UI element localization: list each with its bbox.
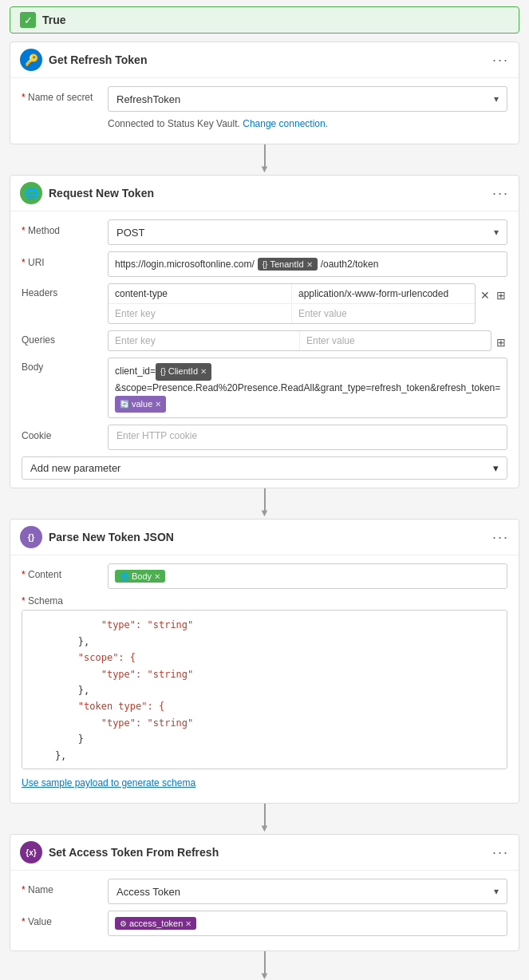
uri-token-tag[interactable]: {} TenantId ✕ [258, 258, 318, 271]
method-row: Method POST ▾ [22, 219, 507, 245]
body-token-1-label: ClientId [168, 365, 198, 379]
queries-actions: ⊞ [495, 330, 507, 350]
headers-grid-icon[interactable]: ⊞ [495, 287, 507, 303]
access-token-value-label: Value [22, 911, 101, 927]
queries-grid-icon[interactable]: ⊞ [495, 334, 507, 350]
content-label: Content [22, 563, 101, 580]
true-label: True [42, 14, 66, 26]
connector-3 [10, 804, 519, 834]
access-token-dropdown-arrow: ▾ [494, 886, 499, 897]
body-label: Body [22, 358, 101, 373]
cookie-row: Cookie Enter HTTP cookie [22, 425, 507, 450]
queries-row: Queries Enter key Enter value ⊞ [22, 330, 507, 351]
body-token-1-close[interactable]: ✕ [200, 366, 207, 378]
headers-row-2: Enter key Enter value [109, 304, 475, 323]
add-param-label: Add new parameter [30, 462, 120, 474]
access-token-name-label: Name [22, 879, 101, 895]
block1-title: Get Refresh Token [49, 53, 486, 66]
queries-val-placeholder[interactable]: Enter value [300, 331, 491, 350]
headers-actions: ✕ ⊞ [479, 283, 507, 303]
uri-token-label: TenantId [270, 259, 303, 269]
cookie-label: Cookie [22, 425, 101, 441]
queries-label: Queries [22, 330, 101, 346]
connection-info: Connected to Status Key Vault. Change co… [22, 118, 507, 129]
header-key-1[interactable]: content-type [109, 284, 292, 303]
card-header-4: {x} Set Access Token From Refresh ··· [10, 835, 519, 871]
headers-row-1: content-type application/x-www-form-urle… [109, 284, 475, 304]
block2-title: Request New Token [49, 187, 486, 200]
name-of-secret-value: RefreshToken [116, 93, 180, 105]
access-token-value-tag[interactable]: ⚙ access_token ✕ [115, 917, 196, 930]
name-of-secret-input[interactable]: RefreshToken ▾ [108, 86, 507, 112]
name-dropdown-arrow: ▾ [494, 93, 499, 105]
access-token-value-input[interactable]: ⚙ access_token ✕ [108, 911, 507, 936]
schema-label: Schema [22, 595, 101, 607]
add-param-button[interactable]: Add new parameter ▾ [22, 456, 507, 480]
block1-icon: 🔑 [20, 49, 42, 71]
access-token-tag-close[interactable]: ✕ [185, 919, 191, 928]
card-header-3: {} Parse New Token JSON ··· [10, 520, 519, 555]
connector-1 [10, 144, 519, 175]
headers-delete-icon[interactable]: ✕ [479, 287, 491, 303]
headers-label: Headers [22, 283, 101, 298]
method-value: POST [116, 227, 144, 239]
block1-body: Name of secret RefreshToken ▾ Connected … [10, 78, 519, 144]
parse-token-card: {} Parse New Token JSON ··· Content 🌐 Bo… [10, 519, 519, 804]
block3-ellipsis[interactable]: ··· [492, 529, 509, 546]
add-param-arrow: ▾ [493, 462, 499, 474]
header-key-placeholder[interactable]: Enter key [109, 304, 292, 323]
content-token-close[interactable]: ✕ [154, 572, 160, 581]
access-token-name-input[interactable]: Access Token ▾ [108, 879, 507, 904]
uri-input[interactable]: https://login.microsoftonline.com/ {} Te… [108, 251, 507, 277]
body-suffix: &scope=Presence.Read%20Presence.ReadAll&… [115, 382, 500, 393]
block1-ellipsis[interactable]: ··· [492, 52, 509, 69]
queries-row-1: Enter key Enter value [109, 331, 491, 350]
content-token-label: Body [132, 571, 152, 581]
card-header-2: 🌐 Request New Token ··· [10, 176, 519, 211]
page-wrapper: ✓ True 🔑 Get Refresh Token ··· Name of s… [0, 0, 529, 980]
content-input[interactable]: 🌐 Body ✕ [108, 563, 507, 589]
method-input[interactable]: POST ▾ [108, 219, 507, 245]
connector-2 [10, 488, 519, 519]
block4-title: Set Access Token From Refresh [49, 846, 486, 859]
access-token-name-value: Access Token [116, 886, 180, 898]
change-connection-link[interactable]: Change connection. [243, 118, 328, 129]
queries-table: Enter key Enter value [108, 330, 491, 351]
check-icon: ✓ [20, 12, 36, 28]
cookie-input[interactable]: Enter HTTP cookie [108, 425, 507, 450]
method-dropdown-arrow: ▾ [494, 227, 499, 238]
block3-icon: {} [20, 526, 42, 548]
uri-token-close[interactable]: ✕ [306, 260, 313, 269]
block4-ellipsis[interactable]: ··· [492, 844, 509, 861]
block2-ellipsis[interactable]: ··· [492, 185, 509, 202]
body-prefix: client_id= [115, 366, 156, 377]
name-of-secret-row: Name of secret RefreshToken ▾ [22, 86, 507, 112]
access-token-tag-label: access_token [129, 919, 183, 928]
set-access-token-card: {x} Set Access Token From Refresh ··· Na… [10, 834, 519, 951]
request-new-token-card: 🌐 Request New Token ··· Method POST ▾ UR… [10, 175, 519, 488]
header-val-1[interactable]: application/x-www-form-urlencoded [292, 284, 475, 303]
body-token-2-label: value [132, 397, 152, 412]
connector-4 [10, 951, 519, 980]
schema-link[interactable]: Use sample payload to generate schema [22, 777, 195, 788]
body-row: Body client_id= {} ClientId ✕ &scope=Pre… [22, 358, 507, 418]
schema-row: Schema "type": "string" }, "scope": { "t… [22, 595, 507, 788]
card-header-1: 🔑 Get Refresh Token ··· [10, 42, 519, 78]
body-input[interactable]: client_id= {} ClientId ✕ &scope=Presence… [108, 358, 507, 418]
block4-icon: {x} [20, 841, 42, 863]
schema-editor[interactable]: "type": "string" }, "scope": { "type": "… [22, 610, 507, 769]
block4-body: Name Access Token ▾ Value ⚙ access_token… [10, 871, 519, 950]
block2-icon: 🌐 [20, 182, 42, 204]
body-token-1[interactable]: {} ClientId ✕ [156, 363, 211, 381]
uri-suffix: /oauth2/token [321, 259, 379, 270]
content-token[interactable]: 🌐 Body ✕ [115, 570, 165, 583]
body-token-2-close[interactable]: ✕ [155, 398, 161, 411]
header-val-placeholder[interactable]: Enter value [292, 304, 475, 323]
body-token-1-icon: {} [160, 366, 166, 378]
queries-key-placeholder[interactable]: Enter key [109, 331, 300, 350]
body-token-2[interactable]: 🔄 value ✕ [115, 396, 166, 413]
access-token-tag-icon: ⚙ [120, 919, 127, 928]
uri-label: URI [22, 251, 101, 268]
method-label: Method [22, 219, 101, 236]
block2-body: Method POST ▾ URI https://login.microsof… [10, 211, 519, 488]
